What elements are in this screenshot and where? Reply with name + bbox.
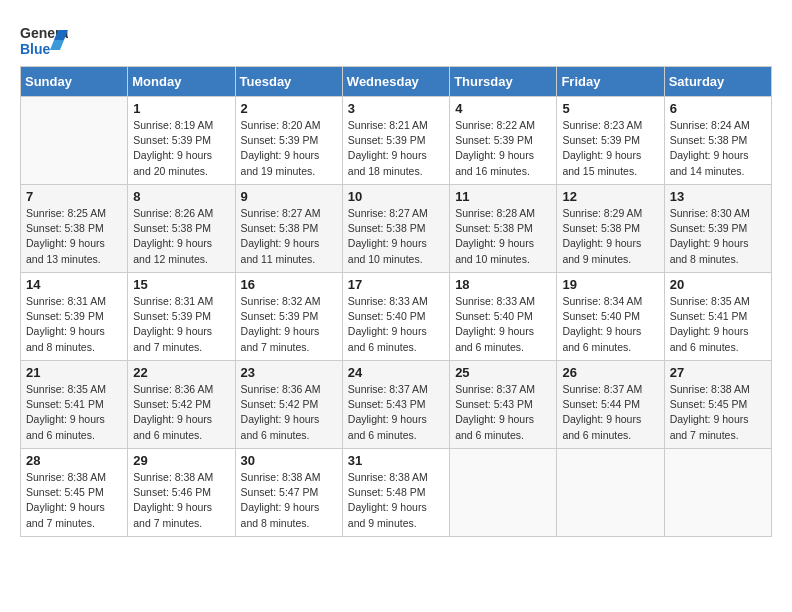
day-cell: 17Sunrise: 8:33 AMSunset: 5:40 PMDayligh… <box>342 273 449 361</box>
day-cell: 21Sunrise: 8:35 AMSunset: 5:41 PMDayligh… <box>21 361 128 449</box>
day-number: 16 <box>241 277 337 292</box>
day-info: Sunrise: 8:29 AMSunset: 5:38 PMDaylight:… <box>562 206 658 267</box>
day-cell: 20Sunrise: 8:35 AMSunset: 5:41 PMDayligh… <box>664 273 771 361</box>
day-cell: 27Sunrise: 8:38 AMSunset: 5:45 PMDayligh… <box>664 361 771 449</box>
day-number: 17 <box>348 277 444 292</box>
svg-text:Blue: Blue <box>20 41 51 57</box>
day-info: Sunrise: 8:21 AMSunset: 5:39 PMDaylight:… <box>348 118 444 179</box>
col-header-wednesday: Wednesday <box>342 67 449 97</box>
day-info: Sunrise: 8:33 AMSunset: 5:40 PMDaylight:… <box>348 294 444 355</box>
day-info: Sunrise: 8:19 AMSunset: 5:39 PMDaylight:… <box>133 118 229 179</box>
week-row-3: 14Sunrise: 8:31 AMSunset: 5:39 PMDayligh… <box>21 273 772 361</box>
day-info: Sunrise: 8:30 AMSunset: 5:39 PMDaylight:… <box>670 206 766 267</box>
day-info: Sunrise: 8:37 AMSunset: 5:43 PMDaylight:… <box>455 382 551 443</box>
day-cell: 5Sunrise: 8:23 AMSunset: 5:39 PMDaylight… <box>557 97 664 185</box>
day-cell: 30Sunrise: 8:38 AMSunset: 5:47 PMDayligh… <box>235 449 342 537</box>
day-cell: 6Sunrise: 8:24 AMSunset: 5:38 PMDaylight… <box>664 97 771 185</box>
day-number: 14 <box>26 277 122 292</box>
day-number: 19 <box>562 277 658 292</box>
day-info: Sunrise: 8:37 AMSunset: 5:44 PMDaylight:… <box>562 382 658 443</box>
day-info: Sunrise: 8:24 AMSunset: 5:38 PMDaylight:… <box>670 118 766 179</box>
day-number: 28 <box>26 453 122 468</box>
week-row-4: 21Sunrise: 8:35 AMSunset: 5:41 PMDayligh… <box>21 361 772 449</box>
day-number: 21 <box>26 365 122 380</box>
col-header-thursday: Thursday <box>450 67 557 97</box>
page-header: General Blue <box>20 20 772 60</box>
day-cell: 7Sunrise: 8:25 AMSunset: 5:38 PMDaylight… <box>21 185 128 273</box>
week-row-1: 1Sunrise: 8:19 AMSunset: 5:39 PMDaylight… <box>21 97 772 185</box>
day-number: 15 <box>133 277 229 292</box>
day-cell: 16Sunrise: 8:32 AMSunset: 5:39 PMDayligh… <box>235 273 342 361</box>
day-number: 5 <box>562 101 658 116</box>
day-number: 3 <box>348 101 444 116</box>
day-info: Sunrise: 8:35 AMSunset: 5:41 PMDaylight:… <box>670 294 766 355</box>
day-info: Sunrise: 8:27 AMSunset: 5:38 PMDaylight:… <box>241 206 337 267</box>
header-row: SundayMondayTuesdayWednesdayThursdayFrid… <box>21 67 772 97</box>
day-info: Sunrise: 8:32 AMSunset: 5:39 PMDaylight:… <box>241 294 337 355</box>
svg-marker-3 <box>50 40 64 50</box>
week-row-2: 7Sunrise: 8:25 AMSunset: 5:38 PMDaylight… <box>21 185 772 273</box>
day-cell: 28Sunrise: 8:38 AMSunset: 5:45 PMDayligh… <box>21 449 128 537</box>
day-cell: 10Sunrise: 8:27 AMSunset: 5:38 PMDayligh… <box>342 185 449 273</box>
day-cell <box>450 449 557 537</box>
week-row-5: 28Sunrise: 8:38 AMSunset: 5:45 PMDayligh… <box>21 449 772 537</box>
day-info: Sunrise: 8:36 AMSunset: 5:42 PMDaylight:… <box>133 382 229 443</box>
day-cell: 22Sunrise: 8:36 AMSunset: 5:42 PMDayligh… <box>128 361 235 449</box>
day-cell <box>664 449 771 537</box>
day-number: 9 <box>241 189 337 204</box>
day-info: Sunrise: 8:22 AMSunset: 5:39 PMDaylight:… <box>455 118 551 179</box>
col-header-saturday: Saturday <box>664 67 771 97</box>
day-cell: 24Sunrise: 8:37 AMSunset: 5:43 PMDayligh… <box>342 361 449 449</box>
day-number: 20 <box>670 277 766 292</box>
day-number: 11 <box>455 189 551 204</box>
day-cell: 26Sunrise: 8:37 AMSunset: 5:44 PMDayligh… <box>557 361 664 449</box>
day-number: 18 <box>455 277 551 292</box>
day-info: Sunrise: 8:37 AMSunset: 5:43 PMDaylight:… <box>348 382 444 443</box>
calendar-table: SundayMondayTuesdayWednesdayThursdayFrid… <box>20 66 772 537</box>
logo: General Blue <box>20 20 68 60</box>
day-cell: 19Sunrise: 8:34 AMSunset: 5:40 PMDayligh… <box>557 273 664 361</box>
day-number: 24 <box>348 365 444 380</box>
col-header-monday: Monday <box>128 67 235 97</box>
day-cell: 9Sunrise: 8:27 AMSunset: 5:38 PMDaylight… <box>235 185 342 273</box>
day-number: 27 <box>670 365 766 380</box>
day-number: 13 <box>670 189 766 204</box>
col-header-sunday: Sunday <box>21 67 128 97</box>
day-info: Sunrise: 8:26 AMSunset: 5:38 PMDaylight:… <box>133 206 229 267</box>
day-cell: 25Sunrise: 8:37 AMSunset: 5:43 PMDayligh… <box>450 361 557 449</box>
day-info: Sunrise: 8:27 AMSunset: 5:38 PMDaylight:… <box>348 206 444 267</box>
day-number: 8 <box>133 189 229 204</box>
day-info: Sunrise: 8:34 AMSunset: 5:40 PMDaylight:… <box>562 294 658 355</box>
day-info: Sunrise: 8:31 AMSunset: 5:39 PMDaylight:… <box>133 294 229 355</box>
day-cell: 4Sunrise: 8:22 AMSunset: 5:39 PMDaylight… <box>450 97 557 185</box>
day-info: Sunrise: 8:38 AMSunset: 5:45 PMDaylight:… <box>26 470 122 531</box>
day-info: Sunrise: 8:38 AMSunset: 5:45 PMDaylight:… <box>670 382 766 443</box>
day-info: Sunrise: 8:31 AMSunset: 5:39 PMDaylight:… <box>26 294 122 355</box>
day-cell: 29Sunrise: 8:38 AMSunset: 5:46 PMDayligh… <box>128 449 235 537</box>
day-cell <box>21 97 128 185</box>
day-info: Sunrise: 8:20 AMSunset: 5:39 PMDaylight:… <box>241 118 337 179</box>
day-number: 10 <box>348 189 444 204</box>
day-number: 25 <box>455 365 551 380</box>
day-info: Sunrise: 8:28 AMSunset: 5:38 PMDaylight:… <box>455 206 551 267</box>
day-cell: 23Sunrise: 8:36 AMSunset: 5:42 PMDayligh… <box>235 361 342 449</box>
day-number: 2 <box>241 101 337 116</box>
day-info: Sunrise: 8:35 AMSunset: 5:41 PMDaylight:… <box>26 382 122 443</box>
day-info: Sunrise: 8:38 AMSunset: 5:48 PMDaylight:… <box>348 470 444 531</box>
day-number: 29 <box>133 453 229 468</box>
day-info: Sunrise: 8:33 AMSunset: 5:40 PMDaylight:… <box>455 294 551 355</box>
col-header-friday: Friday <box>557 67 664 97</box>
day-info: Sunrise: 8:38 AMSunset: 5:46 PMDaylight:… <box>133 470 229 531</box>
day-number: 1 <box>133 101 229 116</box>
day-number: 7 <box>26 189 122 204</box>
day-info: Sunrise: 8:38 AMSunset: 5:47 PMDaylight:… <box>241 470 337 531</box>
day-cell: 1Sunrise: 8:19 AMSunset: 5:39 PMDaylight… <box>128 97 235 185</box>
day-cell: 12Sunrise: 8:29 AMSunset: 5:38 PMDayligh… <box>557 185 664 273</box>
day-cell: 14Sunrise: 8:31 AMSunset: 5:39 PMDayligh… <box>21 273 128 361</box>
day-info: Sunrise: 8:25 AMSunset: 5:38 PMDaylight:… <box>26 206 122 267</box>
day-info: Sunrise: 8:23 AMSunset: 5:39 PMDaylight:… <box>562 118 658 179</box>
day-cell: 18Sunrise: 8:33 AMSunset: 5:40 PMDayligh… <box>450 273 557 361</box>
day-number: 22 <box>133 365 229 380</box>
day-cell: 11Sunrise: 8:28 AMSunset: 5:38 PMDayligh… <box>450 185 557 273</box>
day-cell: 8Sunrise: 8:26 AMSunset: 5:38 PMDaylight… <box>128 185 235 273</box>
